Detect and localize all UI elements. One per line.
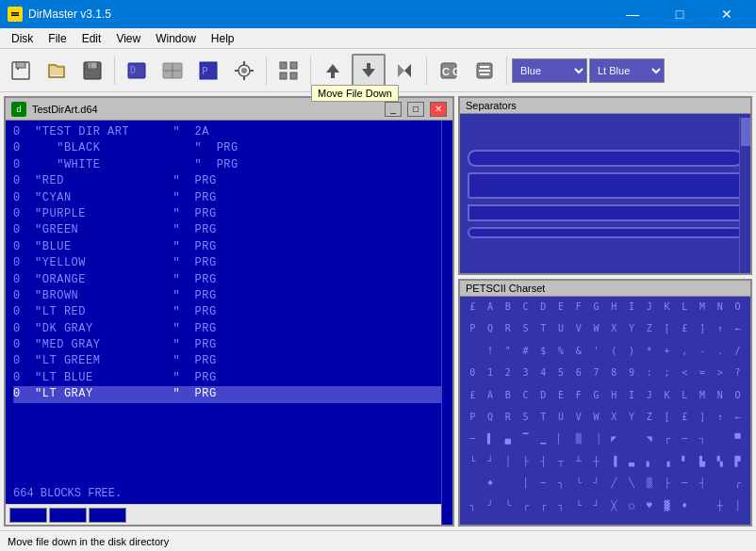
petscii-char-105[interactable] — [623, 432, 641, 454]
import-button[interactable]: C G — [432, 54, 466, 88]
petscii-char-9[interactable]: I — [623, 300, 641, 322]
move-file-up-button[interactable] — [316, 54, 350, 88]
petscii-char-44[interactable]: , — [676, 345, 694, 366]
petscii-char-116[interactable]: ┤ — [534, 455, 552, 477]
petscii-char-48[interactable]: 0 — [464, 366, 482, 388]
menu-item-window[interactable]: Window — [148, 28, 204, 49]
petscii-char-83[interactable]: S — [517, 411, 534, 432]
petscii-char-90[interactable]: Z — [641, 411, 659, 432]
scroll-thumb[interactable] — [741, 118, 750, 146]
petscii-char-19[interactable]: S — [517, 322, 534, 344]
petscii-char-30[interactable]: ↑ — [712, 322, 730, 344]
petscii-char-65[interactable]: A — [482, 389, 500, 411]
menu-item-view[interactable]: View — [108, 28, 148, 49]
petscii-char-122[interactable]: ▖ — [641, 455, 659, 477]
petscii-char-124[interactable]: ▘ — [676, 455, 694, 477]
menu-item-help[interactable]: Help — [204, 28, 242, 49]
petscii-char-16[interactable]: P — [464, 322, 482, 344]
petscii-char-81[interactable]: Q — [482, 411, 500, 432]
petscii-char-96[interactable]: ─ — [464, 432, 482, 454]
petscii-char-97[interactable]: ▌ — [482, 432, 500, 454]
petscii-char-10[interactable]: J — [641, 300, 659, 322]
petscii-char-69[interactable]: E — [552, 389, 570, 411]
petscii-char-131[interactable]: │ — [517, 477, 534, 498]
petscii-char-148[interactable]: ┌ — [534, 499, 552, 521]
petscii-char-107[interactable]: ┌ — [658, 432, 676, 454]
petscii-char-4[interactable]: D — [534, 300, 552, 322]
color1-select[interactable]: Blue — [512, 58, 587, 83]
petscii-char-18[interactable]: R — [500, 322, 518, 344]
dir-art-button[interactable]: D — [120, 54, 154, 88]
menu-item-disk[interactable]: Disk — [4, 28, 41, 49]
petscii-char-120[interactable]: ▐ — [605, 455, 623, 477]
petscii-char-66[interactable]: B — [500, 389, 518, 411]
petscii-char-3[interactable]: C — [517, 300, 534, 322]
petscii-char-64[interactable]: £ — [464, 389, 482, 411]
separators-scrollbar[interactable] — [739, 117, 750, 273]
petscii-char-26[interactable]: Z — [641, 322, 659, 344]
petscii-char-6[interactable]: F — [570, 300, 588, 322]
petscii-char-68[interactable]: D — [534, 389, 552, 411]
petscii-char-7[interactable]: G — [587, 300, 605, 322]
petscii-char-134[interactable]: ╰ — [570, 477, 588, 498]
petscii-char-101[interactable]: ▏ — [552, 432, 570, 454]
maximize-button[interactable]: □ — [658, 0, 701, 28]
petscii-char-117[interactable]: ┬ — [552, 455, 570, 477]
petscii-char-149[interactable]: ┐ — [552, 499, 570, 521]
petscii-char-5[interactable]: E — [552, 300, 570, 322]
petscii-char-45[interactable]: - — [694, 345, 712, 366]
petscii-char-50[interactable]: 2 — [500, 366, 518, 388]
petscii-char-111[interactable]: ▀ — [729, 432, 747, 454]
petscii-char-95[interactable]: ← — [729, 411, 747, 432]
petscii-char-11[interactable]: K — [658, 300, 676, 322]
petscii-char-100[interactable]: ▁ — [534, 432, 552, 454]
petscii-char-29[interactable]: ] — [694, 322, 712, 344]
petscii-button[interactable]: P — [191, 54, 225, 88]
petscii-char-57[interactable]: 9 — [623, 366, 641, 388]
new-disk-button[interactable] — [4, 54, 38, 88]
petscii-char-20[interactable]: T — [534, 322, 552, 344]
petscii-char-79[interactable]: O — [729, 389, 747, 411]
petscii-char-113[interactable]: ┘ — [482, 455, 500, 477]
petscii-char-159[interactable]: │ — [729, 499, 747, 521]
petscii-char-109[interactable]: ┐ — [694, 432, 712, 454]
petscii-char-47[interactable]: / — [729, 345, 747, 366]
petscii-char-51[interactable]: 3 — [517, 366, 534, 388]
petscii-char-130[interactable] — [500, 477, 518, 498]
petscii-char-99[interactable]: ▔ — [517, 432, 534, 454]
petscii-char-123[interactable]: ▗ — [658, 455, 676, 477]
petscii-char-156[interactable]: ♦ — [676, 499, 694, 521]
petscii-char-74[interactable]: J — [641, 389, 659, 411]
petscii-char-72[interactable]: H — [605, 389, 623, 411]
petscii-char-155[interactable]: ▓ — [658, 499, 676, 521]
petscii-char-135[interactable]: ╯ — [587, 477, 605, 498]
save-button[interactable] — [75, 54, 109, 88]
petscii-char-138[interactable]: ▒ — [641, 477, 659, 498]
petscii-char-58[interactable]: : — [641, 366, 659, 388]
disk-row-0[interactable]: 0 "TEST DIR ART " 2A — [13, 124, 445, 140]
petscii-char-137[interactable]: ╲ — [623, 477, 641, 498]
petscii-char-34[interactable]: " — [500, 345, 518, 366]
open-disk-button[interactable] — [40, 54, 74, 88]
petscii-char-62[interactable]: > — [712, 366, 730, 388]
petscii-char-80[interactable]: P — [464, 411, 482, 432]
petscii-char-12[interactable]: L — [676, 300, 694, 322]
disk-row-highlighted[interactable]: 0 "LT GRAY " PRG — [13, 386, 445, 402]
petscii-char-125[interactable]: ▙ — [694, 455, 712, 477]
menu-item-edit[interactable]: Edit — [74, 28, 109, 49]
petscii-char-32[interactable] — [464, 345, 482, 366]
disk-minimize-button[interactable]: _ — [385, 102, 402, 117]
delete-button[interactable] — [468, 54, 501, 88]
separator-item-1[interactable] — [468, 150, 743, 167]
petscii-char-43[interactable]: + — [658, 345, 676, 366]
petscii-char-93[interactable]: ] — [694, 411, 712, 432]
separator-item-3[interactable] — [468, 204, 743, 221]
petscii-char-63[interactable]: ? — [729, 366, 747, 388]
petscii-char-152[interactable]: ╳ — [605, 499, 623, 521]
petscii-char-67[interactable]: C — [517, 389, 534, 411]
petscii-char-59[interactable]: ; — [658, 366, 676, 388]
petscii-char-86[interactable]: V — [570, 411, 588, 432]
petscii-char-36[interactable]: $ — [534, 345, 552, 366]
disk-row-9[interactable]: 0 "ORANGE " PRG — [13, 272, 445, 288]
settings-button[interactable] — [227, 54, 261, 88]
